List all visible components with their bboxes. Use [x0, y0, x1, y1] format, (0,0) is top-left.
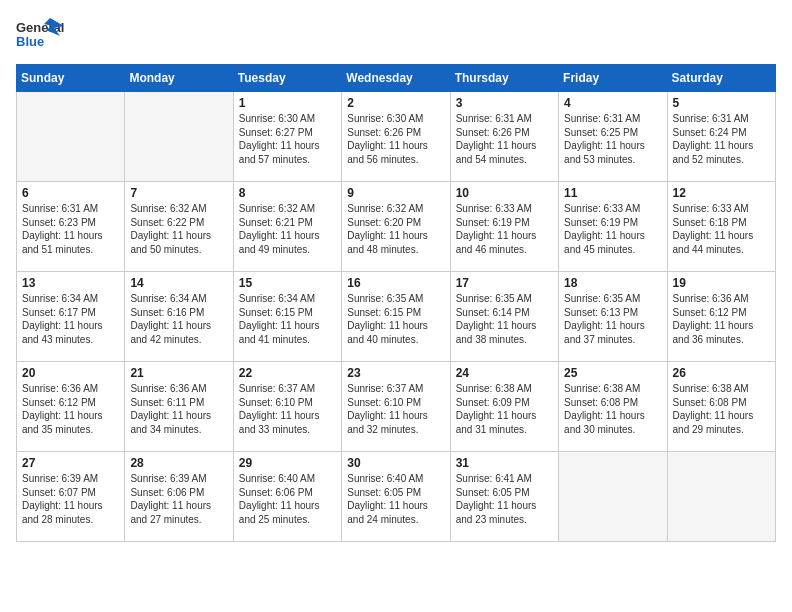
day-number: 4 — [564, 96, 661, 110]
calendar-cell: 19Sunrise: 6:36 AMSunset: 6:12 PMDayligh… — [667, 272, 775, 362]
calendar-cell — [667, 452, 775, 542]
day-number: 31 — [456, 456, 553, 470]
weekday-row: SundayMondayTuesdayWednesdayThursdayFrid… — [17, 65, 776, 92]
cell-info: Sunrise: 6:39 AMSunset: 6:07 PMDaylight:… — [22, 472, 119, 526]
cell-info: Sunrise: 6:35 AMSunset: 6:15 PMDaylight:… — [347, 292, 444, 346]
cell-info: Sunrise: 6:34 AMSunset: 6:17 PMDaylight:… — [22, 292, 119, 346]
cell-info: Sunrise: 6:35 AMSunset: 6:14 PMDaylight:… — [456, 292, 553, 346]
cell-info: Sunrise: 6:38 AMSunset: 6:09 PMDaylight:… — [456, 382, 553, 436]
cell-info: Sunrise: 6:33 AMSunset: 6:18 PMDaylight:… — [673, 202, 770, 256]
page-header: General Blue — [16, 16, 776, 54]
cell-info: Sunrise: 6:30 AMSunset: 6:27 PMDaylight:… — [239, 112, 336, 166]
cell-info: Sunrise: 6:37 AMSunset: 6:10 PMDaylight:… — [239, 382, 336, 436]
calendar-cell: 29Sunrise: 6:40 AMSunset: 6:06 PMDayligh… — [233, 452, 341, 542]
cell-info: Sunrise: 6:34 AMSunset: 6:16 PMDaylight:… — [130, 292, 227, 346]
day-number: 28 — [130, 456, 227, 470]
day-number: 16 — [347, 276, 444, 290]
cell-info: Sunrise: 6:36 AMSunset: 6:11 PMDaylight:… — [130, 382, 227, 436]
calendar-cell — [559, 452, 667, 542]
calendar-cell: 16Sunrise: 6:35 AMSunset: 6:15 PMDayligh… — [342, 272, 450, 362]
calendar-cell: 27Sunrise: 6:39 AMSunset: 6:07 PMDayligh… — [17, 452, 125, 542]
calendar-cell: 6Sunrise: 6:31 AMSunset: 6:23 PMDaylight… — [17, 182, 125, 272]
calendar-week: 20Sunrise: 6:36 AMSunset: 6:12 PMDayligh… — [17, 362, 776, 452]
cell-info: Sunrise: 6:35 AMSunset: 6:13 PMDaylight:… — [564, 292, 661, 346]
cell-info: Sunrise: 6:38 AMSunset: 6:08 PMDaylight:… — [673, 382, 770, 436]
calendar-body: 1Sunrise: 6:30 AMSunset: 6:27 PMDaylight… — [17, 92, 776, 542]
day-number: 20 — [22, 366, 119, 380]
calendar-cell: 11Sunrise: 6:33 AMSunset: 6:19 PMDayligh… — [559, 182, 667, 272]
cell-info: Sunrise: 6:37 AMSunset: 6:10 PMDaylight:… — [347, 382, 444, 436]
calendar-week: 1Sunrise: 6:30 AMSunset: 6:27 PMDaylight… — [17, 92, 776, 182]
calendar-cell: 10Sunrise: 6:33 AMSunset: 6:19 PMDayligh… — [450, 182, 558, 272]
day-number: 12 — [673, 186, 770, 200]
day-number: 18 — [564, 276, 661, 290]
day-number: 15 — [239, 276, 336, 290]
calendar-cell: 1Sunrise: 6:30 AMSunset: 6:27 PMDaylight… — [233, 92, 341, 182]
calendar-cell: 5Sunrise: 6:31 AMSunset: 6:24 PMDaylight… — [667, 92, 775, 182]
day-number: 6 — [22, 186, 119, 200]
day-number: 11 — [564, 186, 661, 200]
cell-info: Sunrise: 6:33 AMSunset: 6:19 PMDaylight:… — [456, 202, 553, 256]
weekday-header: Friday — [559, 65, 667, 92]
cell-info: Sunrise: 6:36 AMSunset: 6:12 PMDaylight:… — [22, 382, 119, 436]
calendar-header: SundayMondayTuesdayWednesdayThursdayFrid… — [17, 65, 776, 92]
day-number: 5 — [673, 96, 770, 110]
calendar-cell: 30Sunrise: 6:40 AMSunset: 6:05 PMDayligh… — [342, 452, 450, 542]
cell-info: Sunrise: 6:41 AMSunset: 6:05 PMDaylight:… — [456, 472, 553, 526]
cell-info: Sunrise: 6:30 AMSunset: 6:26 PMDaylight:… — [347, 112, 444, 166]
day-number: 27 — [22, 456, 119, 470]
calendar-cell: 20Sunrise: 6:36 AMSunset: 6:12 PMDayligh… — [17, 362, 125, 452]
calendar-cell: 25Sunrise: 6:38 AMSunset: 6:08 PMDayligh… — [559, 362, 667, 452]
day-number: 14 — [130, 276, 227, 290]
calendar-cell — [17, 92, 125, 182]
day-number: 1 — [239, 96, 336, 110]
day-number: 25 — [564, 366, 661, 380]
calendar-cell: 3Sunrise: 6:31 AMSunset: 6:26 PMDaylight… — [450, 92, 558, 182]
calendar-cell: 21Sunrise: 6:36 AMSunset: 6:11 PMDayligh… — [125, 362, 233, 452]
day-number: 21 — [130, 366, 227, 380]
calendar-cell: 26Sunrise: 6:38 AMSunset: 6:08 PMDayligh… — [667, 362, 775, 452]
cell-info: Sunrise: 6:31 AMSunset: 6:25 PMDaylight:… — [564, 112, 661, 166]
cell-info: Sunrise: 6:32 AMSunset: 6:22 PMDaylight:… — [130, 202, 227, 256]
day-number: 9 — [347, 186, 444, 200]
calendar-week: 13Sunrise: 6:34 AMSunset: 6:17 PMDayligh… — [17, 272, 776, 362]
calendar-week: 6Sunrise: 6:31 AMSunset: 6:23 PMDaylight… — [17, 182, 776, 272]
calendar-cell: 17Sunrise: 6:35 AMSunset: 6:14 PMDayligh… — [450, 272, 558, 362]
cell-info: Sunrise: 6:34 AMSunset: 6:15 PMDaylight:… — [239, 292, 336, 346]
cell-info: Sunrise: 6:31 AMSunset: 6:24 PMDaylight:… — [673, 112, 770, 166]
calendar-cell: 31Sunrise: 6:41 AMSunset: 6:05 PMDayligh… — [450, 452, 558, 542]
day-number: 7 — [130, 186, 227, 200]
day-number: 23 — [347, 366, 444, 380]
day-number: 8 — [239, 186, 336, 200]
weekday-header: Thursday — [450, 65, 558, 92]
calendar-cell: 14Sunrise: 6:34 AMSunset: 6:16 PMDayligh… — [125, 272, 233, 362]
cell-info: Sunrise: 6:32 AMSunset: 6:20 PMDaylight:… — [347, 202, 444, 256]
day-number: 10 — [456, 186, 553, 200]
day-number: 17 — [456, 276, 553, 290]
logo: General Blue — [16, 16, 64, 54]
calendar-table: SundayMondayTuesdayWednesdayThursdayFrid… — [16, 64, 776, 542]
weekday-header: Monday — [125, 65, 233, 92]
weekday-header: Tuesday — [233, 65, 341, 92]
cell-info: Sunrise: 6:40 AMSunset: 6:05 PMDaylight:… — [347, 472, 444, 526]
cell-info: Sunrise: 6:36 AMSunset: 6:12 PMDaylight:… — [673, 292, 770, 346]
day-number: 2 — [347, 96, 444, 110]
calendar-cell: 13Sunrise: 6:34 AMSunset: 6:17 PMDayligh… — [17, 272, 125, 362]
cell-info: Sunrise: 6:32 AMSunset: 6:21 PMDaylight:… — [239, 202, 336, 256]
day-number: 29 — [239, 456, 336, 470]
cell-info: Sunrise: 6:40 AMSunset: 6:06 PMDaylight:… — [239, 472, 336, 526]
weekday-header: Sunday — [17, 65, 125, 92]
calendar-cell: 8Sunrise: 6:32 AMSunset: 6:21 PMDaylight… — [233, 182, 341, 272]
calendar-cell: 22Sunrise: 6:37 AMSunset: 6:10 PMDayligh… — [233, 362, 341, 452]
svg-text:Blue: Blue — [16, 34, 44, 49]
day-number: 24 — [456, 366, 553, 380]
calendar-cell: 23Sunrise: 6:37 AMSunset: 6:10 PMDayligh… — [342, 362, 450, 452]
calendar-cell: 7Sunrise: 6:32 AMSunset: 6:22 PMDaylight… — [125, 182, 233, 272]
calendar-cell: 12Sunrise: 6:33 AMSunset: 6:18 PMDayligh… — [667, 182, 775, 272]
calendar-cell: 15Sunrise: 6:34 AMSunset: 6:15 PMDayligh… — [233, 272, 341, 362]
day-number: 19 — [673, 276, 770, 290]
calendar-cell: 4Sunrise: 6:31 AMSunset: 6:25 PMDaylight… — [559, 92, 667, 182]
day-number: 13 — [22, 276, 119, 290]
calendar-cell: 2Sunrise: 6:30 AMSunset: 6:26 PMDaylight… — [342, 92, 450, 182]
weekday-header: Wednesday — [342, 65, 450, 92]
